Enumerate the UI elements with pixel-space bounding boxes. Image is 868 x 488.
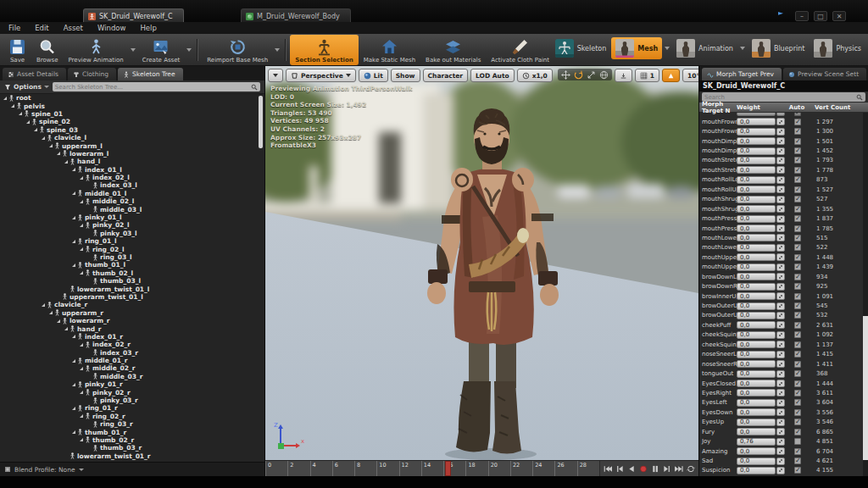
skeleton-tree-item-index_03_r[interactable]: index_03_r (0, 349, 264, 357)
show-menu-button[interactable]: Show (391, 69, 420, 82)
expand-arrow-icon[interactable] (80, 343, 83, 347)
spinner-icon[interactable] (776, 253, 785, 261)
morph-weight-input[interactable]: 0,0 (737, 215, 776, 223)
make-static-mesh-button[interactable]: Make Static Mesh (359, 35, 420, 65)
morph-weight-input[interactable]: 0,0 (737, 196, 776, 203)
spinner-icon[interactable] (776, 157, 785, 164)
expand-arrow-icon[interactable] (72, 168, 75, 171)
spinner-icon[interactable] (776, 312, 785, 319)
skeleton-tree-item-lowerarm_twist_01_l[interactable]: lowerarm_twist_01_l (0, 285, 264, 292)
bake-out-materials-button[interactable]: Bake out Materials (420, 35, 486, 65)
morph-weight-input[interactable]: 0,0 (737, 176, 776, 184)
right-tab-morph-target-prev[interactable]: Morph Target Prev (702, 68, 782, 80)
auto-checkbox[interactable] (794, 429, 801, 435)
auto-checkbox[interactable] (794, 312, 801, 319)
play-reverse-button[interactable] (626, 463, 637, 474)
morph-weight-input[interactable]: 0,0 (737, 205, 776, 213)
spinner-icon[interactable] (776, 118, 785, 125)
skeleton-tree-item-index_01_l[interactable]: index_01_l (0, 166, 264, 174)
expand-arrow-icon[interactable] (42, 136, 45, 140)
spinner-icon[interactable] (776, 467, 785, 474)
skeleton-tree-item-index_01_r[interactable]: index_01_r (0, 333, 264, 341)
auto-checkbox[interactable] (794, 302, 801, 309)
expand-arrow-icon[interactable] (80, 271, 83, 274)
skeleton-tree-item-middle_03_r[interactable]: middle_03_r (0, 373, 264, 380)
left-tab-asset-details[interactable]: Asset Details (3, 68, 66, 80)
morph-weight-input[interactable]: 0,0 (737, 234, 776, 241)
skeleton-tree-item-thumb_01_l[interactable]: thumb_01_l (0, 261, 264, 269)
column-header-weight[interactable]: Weight (737, 104, 784, 111)
spinner-icon[interactable] (776, 302, 785, 310)
skeleton-tree-item-lowerarm_l[interactable]: lowerarm_l (0, 150, 264, 158)
left-tab-clothing[interactable]: Clothing (68, 68, 116, 80)
auto-checkbox[interactable] (794, 399, 801, 406)
morph-weight-input[interactable]: 0,0 (737, 419, 776, 426)
record-button[interactable] (638, 463, 649, 474)
menu-edit[interactable]: Edit (35, 24, 48, 32)
expand-arrow-icon[interactable] (72, 383, 75, 386)
chevron-down-icon[interactable] (275, 48, 280, 52)
morph-weight-input[interactable]: 0,0 (737, 428, 776, 435)
skeleton-tree-item-ring_02_l[interactable]: ring_02_l (0, 245, 264, 252)
step-forward-button[interactable] (662, 463, 673, 474)
skeleton-tree-item-clavicle_l[interactable]: clavicle_l (0, 134, 264, 141)
expand-arrow-icon[interactable] (42, 303, 45, 307)
auto-checkbox[interactable] (794, 186, 801, 193)
spinner-icon[interactable] (776, 447, 785, 455)
to-front-button[interactable] (603, 463, 614, 474)
skeleton-tree-item-middle_01_l[interactable]: middle_01_l (0, 190, 264, 197)
skeleton-tree-item-upperarm_twist_01_l[interactable]: upperarm_twist_01_l (0, 293, 264, 301)
expand-arrow-icon[interactable] (80, 176, 83, 180)
chevron-down-icon[interactable] (186, 48, 192, 52)
mode-skeleton-button[interactable]: Skeleton (551, 37, 611, 59)
skeleton-tree-scrollbar[interactable] (259, 96, 263, 148)
chevron-down-icon[interactable] (131, 48, 136, 52)
auto-checkbox[interactable] (794, 157, 801, 164)
spinner-icon[interactable] (776, 360, 785, 368)
skeleton-tree-item-ring_01_l[interactable]: ring_01_l (0, 237, 264, 245)
morph-weight-input[interactable]: 0,0 (737, 273, 776, 280)
expand-arrow-icon[interactable] (72, 407, 75, 410)
auto-checkbox[interactable] (794, 244, 801, 251)
surface-snap-button[interactable] (615, 69, 632, 82)
auto-checkbox[interactable] (794, 322, 801, 329)
column-header-auto[interactable]: Auto (784, 104, 810, 111)
auto-checkbox[interactable] (794, 206, 801, 213)
rotation-snap-value-button[interactable]: 10° (682, 69, 698, 82)
spinner-icon[interactable] (776, 351, 785, 358)
column-header-vert-count[interactable]: Vert Count (810, 104, 868, 111)
morph-weight-input[interactable]: 0,0 (737, 360, 776, 368)
spinner-icon[interactable] (776, 428, 785, 435)
expand-arrow-icon[interactable] (80, 391, 83, 394)
mode-mesh-button[interactable]: Mesh (611, 37, 662, 59)
mode-animation-button[interactable]: Animation (672, 37, 737, 59)
morph-weight-input[interactable]: 0,0 (737, 253, 776, 261)
skeleton-tree-item-ring_02_r[interactable]: ring_02_r (0, 413, 264, 420)
chevron-down-icon[interactable] (740, 47, 745, 50)
auto-checkbox[interactable] (794, 390, 801, 396)
skeleton-tree-item-thumb_01_r[interactable]: thumb_01_r (0, 428, 264, 435)
spinner-icon[interactable] (776, 205, 785, 213)
morph-weight-input[interactable]: 0,0 (737, 447, 776, 455)
morph-weight-input[interactable]: 0,0 (737, 312, 776, 319)
skeleton-tree-item-pinky_03_l[interactable]: pinky_03_l (0, 230, 264, 237)
auto-checkbox[interactable] (794, 254, 801, 261)
expand-arrow-icon[interactable] (80, 224, 83, 227)
pause-button[interactable] (650, 463, 661, 474)
skeleton-tree-item-index_02_r[interactable]: index_02_r (0, 341, 264, 348)
spinner-icon[interactable] (776, 263, 785, 271)
morph-weight-input[interactable]: 0,0 (737, 283, 776, 291)
preview-animation-button[interactable]: Preview Animation (64, 35, 129, 65)
step-back-button[interactable] (615, 463, 626, 474)
spinner-icon[interactable] (776, 147, 785, 155)
auto-checkbox[interactable] (794, 351, 801, 358)
morph-weight-input[interactable]: 0,0 (737, 408, 776, 416)
editor-tab-1[interactable]: SK_Druid_Werewolf_C (83, 8, 184, 23)
spinner-icon[interactable] (776, 341, 785, 348)
auto-checkbox[interactable] (794, 176, 801, 183)
morph-weight-input[interactable]: 0,0 (737, 467, 776, 474)
auto-checkbox[interactable] (794, 438, 801, 445)
morph-search-input[interactable] (704, 94, 854, 101)
morph-weight-input[interactable]: 0,0 (737, 302, 776, 310)
left-tab-skeleton-tree[interactable]: Skeleton Tree (118, 68, 182, 80)
